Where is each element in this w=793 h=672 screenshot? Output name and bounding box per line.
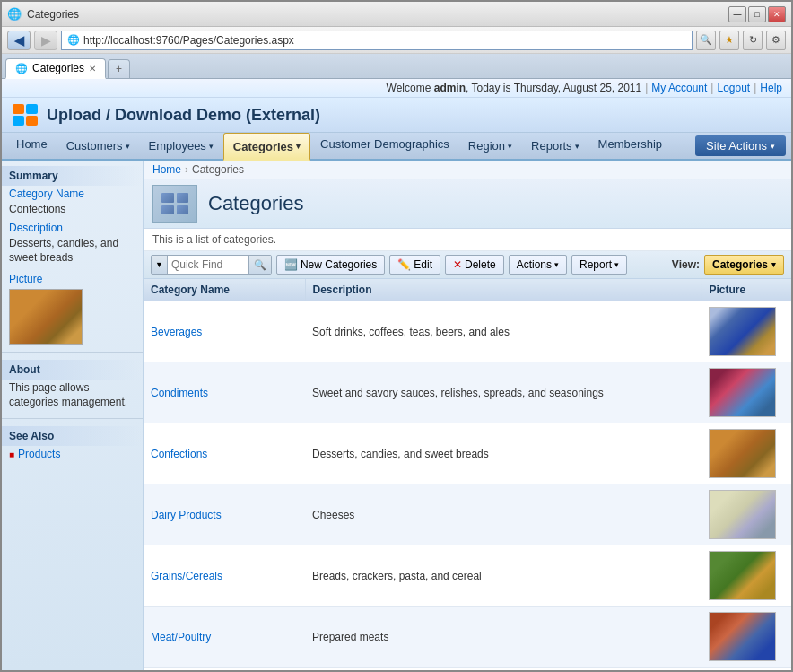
page-title: Categories	[208, 192, 303, 215]
category-description: Prepared meats	[305, 607, 702, 668]
nav-item-home[interactable]: Home	[7, 133, 57, 159]
quick-find-search[interactable]: ▼ 🔍	[151, 255, 272, 275]
tab-title: Categories	[32, 62, 84, 74]
sidebar-summary-section: Summary Category Name Confections Descri…	[2, 166, 143, 345]
tab-bar: 🌐 Categories ✕ +	[2, 54, 791, 79]
search-icon-btn[interactable]: 🔍	[696, 31, 716, 50]
breadcrumb-home[interactable]: Home	[152, 163, 181, 176]
list-toolbar: ▼ 🔍 🆕 New Categories ✏️ Edit ✕ D	[144, 251, 791, 279]
browser-favicon: 🌐	[7, 7, 22, 21]
category-picture	[702, 362, 791, 423]
sidebar-see-also-section: See Also ■ Products	[2, 426, 143, 462]
col-header-picture: Picture	[702, 279, 791, 301]
sidebar-picture-box	[9, 289, 83, 345]
col-header-name: Category Name	[144, 279, 305, 301]
app-title: Upload / Download Demo (External)	[47, 106, 320, 125]
view-dropdown-button[interactable]: Categories ▾	[704, 255, 784, 275]
sidebar-picture-label[interactable]: Picture	[2, 269, 143, 287]
my-account-link[interactable]: My Account	[651, 82, 707, 94]
nav-item-reports[interactable]: Reports▾	[522, 133, 588, 159]
categories-table: Category Name Description Picture Bevera…	[144, 279, 791, 668]
category-name-link[interactable]: Confections	[151, 448, 207, 460]
back-button[interactable]: ◀	[7, 31, 30, 50]
category-description: Breads, crackers, pasta, and cereal	[305, 545, 702, 607]
nav-item-customer-demographics[interactable]: Customer Demographics	[311, 133, 458, 159]
refresh-icon[interactable]: ↻	[743, 31, 762, 50]
search-arrow-button[interactable]: ▼	[152, 256, 168, 274]
nav-menu: Home Customers▾ Employees▾ Categories▾ C…	[2, 133, 791, 161]
app-header-bar: Welcome admin, Today is Thursday, August…	[2, 79, 791, 98]
favorites-icon[interactable]: ★	[719, 31, 739, 50]
address-bar[interactable]: 🌐 http://localhost:9760/Pages/Categories…	[61, 31, 693, 50]
category-description: Cheeses	[305, 484, 702, 545]
window-controls: — □ ✕	[728, 6, 786, 22]
quick-find-input[interactable]	[168, 256, 248, 274]
actions-dropdown-button[interactable]: Actions ▾	[509, 255, 567, 275]
close-button[interactable]: ✕	[768, 6, 786, 22]
welcome-text: Welcome admin, Today is Thursday, August…	[387, 82, 642, 94]
category-name-link[interactable]: Meat/Poultry	[151, 631, 211, 643]
category-description: Soft drinks, coffees, teas, beers, and a…	[305, 301, 702, 362]
username: admin	[434, 82, 466, 94]
col-header-description: Description	[305, 279, 702, 301]
category-description: Desserts, candies, and sweet breads	[305, 423, 702, 484]
app-logo-icon	[11, 102, 39, 127]
maximize-button[interactable]: □	[748, 6, 766, 22]
sidebar-see-also-title: See Also	[2, 426, 143, 446]
report-dropdown-button[interactable]: Report ▾	[571, 255, 627, 275]
category-picture	[702, 301, 791, 362]
category-picture	[702, 423, 791, 484]
category-name-link[interactable]: Dairy Products	[151, 509, 222, 521]
browser-window: 🌐 Categories — □ ✕ ◀ ▶ 🌐 http://localhos…	[0, 0, 793, 672]
site-actions-button[interactable]: Site Actions▾	[695, 135, 786, 156]
nav-item-categories[interactable]: Categories▾	[223, 133, 310, 161]
category-picture	[702, 607, 791, 668]
main-content-row: Summary Category Name Confections Descri…	[2, 161, 791, 670]
table-row: BeveragesSoft drinks, coffees, teas, bee…	[144, 301, 791, 362]
tab-favicon: 🌐	[15, 63, 28, 74]
sidebar-category-name-value: Confections	[2, 202, 143, 216]
category-name-link[interactable]: Condiments	[151, 387, 208, 399]
today-text: Today is Thursday, August 25, 2011	[472, 82, 642, 94]
nav-item-customers[interactable]: Customers▾	[57, 133, 139, 159]
view-dropdown-arrow: ▾	[771, 260, 776, 269]
new-categories-button[interactable]: 🆕 New Categories	[276, 255, 385, 275]
tab-close-icon[interactable]: ✕	[89, 64, 96, 74]
logout-link[interactable]: Logout	[717, 82, 750, 94]
category-picture	[702, 484, 791, 545]
category-name-link[interactable]: Grains/Cereals	[151, 570, 222, 582]
table-row: ConfectionsDesserts, candies, and sweet …	[144, 423, 791, 484]
nav-item-region[interactable]: Region▾	[459, 133, 521, 159]
table-row: CondimentsSweet and savory sauces, relis…	[144, 362, 791, 423]
nav-item-membership[interactable]: Membership	[589, 133, 672, 159]
sidebar-bullet-icon: ■	[9, 449, 14, 459]
table-header-row: Category Name Description Picture	[144, 279, 791, 301]
sidebar-category-name-label[interactable]: Category Name	[2, 186, 143, 202]
sidebar-description-label[interactable]: Description	[2, 220, 143, 236]
minimize-button[interactable]: —	[728, 6, 746, 22]
browser-toolbar: ◀ ▶ 🌐 http://localhost:9760/Pages/Catego…	[2, 27, 791, 54]
breadcrumb-separator: ›	[185, 163, 188, 176]
sidebar-about-section: About This page allows categories manage…	[2, 360, 143, 411]
sidebar-summary-title: Summary	[2, 166, 143, 186]
breadcrumb: Home › Categories	[144, 161, 791, 179]
sidebar-divider2	[2, 418, 143, 419]
edit-button[interactable]: ✏️ Edit	[389, 255, 440, 275]
delete-button[interactable]: ✕ Delete	[445, 255, 504, 275]
address-favicon: 🌐	[67, 34, 80, 46]
browser-tab-title: Categories	[27, 8, 79, 21]
actions-dropdown-arrow: ▾	[554, 260, 559, 269]
app-area: Welcome admin, Today is Thursday, August…	[2, 79, 791, 670]
forward-button[interactable]: ▶	[34, 31, 57, 50]
view-label: View:	[672, 258, 700, 271]
list-description: This is a list of categories.	[144, 229, 791, 251]
new-tab-button[interactable]: +	[108, 59, 130, 78]
active-tab[interactable]: 🌐 Categories ✕	[5, 58, 106, 79]
search-button[interactable]: 🔍	[248, 256, 271, 274]
category-name-link[interactable]: Beverages	[151, 326, 202, 338]
settings-icon[interactable]: ⚙	[766, 31, 786, 50]
help-link[interactable]: Help	[760, 82, 782, 94]
app-logo-area: Upload / Download Demo (External)	[2, 98, 791, 133]
sidebar-products-link[interactable]: Products	[18, 448, 60, 460]
nav-item-employees[interactable]: Employees▾	[140, 133, 222, 159]
